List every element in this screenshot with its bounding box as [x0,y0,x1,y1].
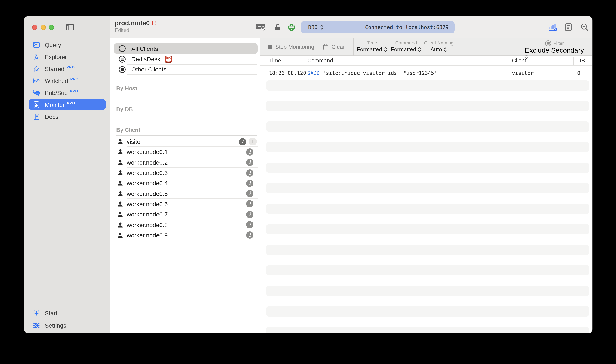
client-group-label: All Clients [131,45,158,52]
sidebar-item-docs[interactable]: Docs [28,111,106,122]
column-separator [573,57,573,64]
lock-open-icon[interactable] [274,16,281,38]
minimize-window-button[interactable] [40,25,46,30]
client-row[interactable]: worker.node0.8i [110,220,260,230]
sidebar-toggle-icon[interactable] [66,24,74,30]
info-icon[interactable]: i [246,200,254,208]
info-icon[interactable]: i [246,232,254,239]
sidebar-item-start[interactable]: Start [28,308,106,318]
client-row[interactable]: worker.node0.4i [110,178,260,188]
command-dropdown[interactable]: CommandFormatted [388,40,424,53]
toolbar-divider [353,38,353,55]
close-window-button[interactable] [32,25,37,30]
dropdown-label: Command [388,40,424,46]
client-row[interactable]: worker.node0.5i [110,188,260,199]
command-verb: SADD [307,70,320,76]
empty-row-stripe [266,265,589,275]
redisdesk-app-icon-base [167,61,169,62]
person-icon [117,201,123,207]
client-row[interactable]: worker.node0.2i [110,157,260,168]
empty-row-stripe [266,203,589,214]
clear-button[interactable]: Clear [322,38,345,55]
empty-row-stripe [266,306,589,316]
client-group-all-clients[interactable]: All Clients [110,43,260,54]
traffic-lights [32,25,54,30]
client-row[interactable]: worker.node0.1i [110,147,260,157]
info-icon[interactable]: i [246,180,254,187]
client-row[interactable]: worker.node0.7i [110,209,260,220]
terminal-icon [33,41,40,48]
divider [116,135,257,135]
sidebar-item-starred[interactable]: StarredPRO [28,63,106,74]
stop-monitoring-button[interactable]: Stop Monitoring [268,38,314,55]
info-icon[interactable]: i [239,138,246,145]
report-icon[interactable] [565,16,572,38]
book-icon [33,113,40,120]
column-separator [509,57,509,64]
client-row[interactable]: worker.node0.6i [110,199,260,209]
client-name: worker.node0.9 [127,232,168,239]
chevron-updown-icon [320,25,323,30]
sidebar-item-explorer[interactable]: Explorer [28,51,106,62]
client-row[interactable]: visitori1 [110,136,260,147]
monitor-toolbar: Stop Monitoring Clear TimeFormattedComma… [260,38,592,55]
sidebar-item-label: Starred [45,65,65,72]
circle-icon [119,45,126,52]
chevron-updown-icon [444,47,447,52]
log-row[interactable]: 18:26:08.120SADD "site:unique_visitor_id… [260,66,592,80]
sidebar-item-label: Query [45,41,61,48]
info-icon[interactable]: i [246,190,254,197]
info-icon[interactable]: i [246,221,254,228]
empty-row-stripe [266,286,589,296]
empty-row-stripe [266,121,589,131]
sidebar-item-monitor[interactable]: MonitorPRO [28,99,106,110]
dropdown-value-row[interactable]: Formatted [388,46,424,53]
filter-icon [545,40,551,46]
client-group-redisdesk[interactable]: RedisDeskRD [110,54,260,64]
client-group-other-clients[interactable]: Other Clients [110,64,260,74]
redisdesk-app-icon: RD [165,55,172,63]
globe-icon[interactable] [288,16,295,38]
sidebar-item-settings[interactable]: Settings [28,320,106,331]
zoom-window-button[interactable] [49,25,54,30]
info-icon[interactable]: i [246,148,254,156]
client-naming-dropdown[interactable]: Client NamingAuto [420,40,457,53]
divider [116,114,257,115]
window-subtitle: Edited [115,27,157,33]
zoom-search-icon[interactable] [580,16,589,38]
sidebar-item-watched[interactable]: WatchedPRO [28,75,106,86]
info-icon[interactable]: i [246,211,254,218]
time-dropdown[interactable]: TimeFormatted [354,40,390,53]
client-row[interactable]: worker.node0.9i [110,230,260,240]
sidebar-item-pubsub[interactable]: Pub/SubPRO [28,87,106,98]
pro-badge: PRO [67,65,75,69]
client-group-label: Other Clients [131,66,166,73]
chat-bubbles-icon [33,89,40,96]
chart-clock-icon[interactable] [548,16,558,38]
sidebar-item-label: Pub/Sub [45,89,68,96]
dropdown-value-row[interactable]: Formatted [354,46,390,53]
info-icon[interactable]: i [246,169,254,176]
sidebar-item-label: Watched [45,77,68,84]
keyboard-icon[interactable] [255,16,266,38]
section-header-by-db: By DB [116,106,133,112]
log-client: visitor [512,66,534,80]
sidebar-item-query[interactable]: Query [28,39,106,50]
info-icon[interactable]: i [246,159,254,166]
client-row[interactable]: worker.node0.3i [110,168,260,178]
person-icon [117,232,123,238]
dropdown-value-row[interactable]: Auto [420,46,457,53]
circled-list-icon [119,55,126,63]
monitor-doc-icon [33,101,40,108]
stop-icon [268,45,272,49]
client-group-label: RedisDesk [131,56,160,63]
redisdesk-app-icon-label: RD [166,56,171,61]
client-name: worker.node0.7 [127,211,168,218]
client-name: worker.node0.3 [127,169,168,176]
dropdown-label: Client Naming [420,40,457,46]
empty-row-stripe [266,142,589,152]
empty-row-stripe [266,80,589,91]
db-selector[interactable]: DB0 [308,24,317,30]
sliders-icon [33,322,40,329]
db-connection-pill[interactable]: DB0 Connected to localhost:6379 [301,21,455,33]
